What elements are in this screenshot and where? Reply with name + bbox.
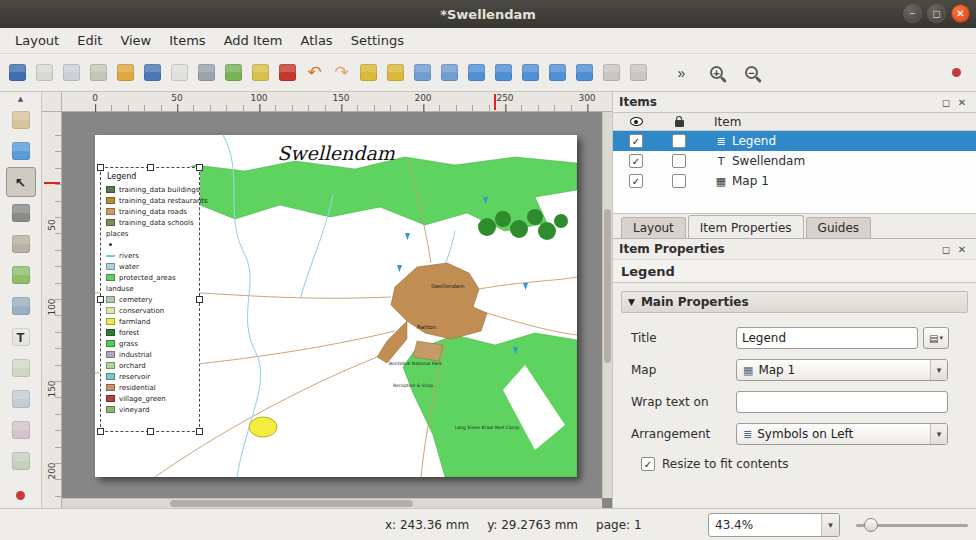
zoom-tool-button[interactable] [6, 136, 36, 166]
layout-manager-button[interactable] [85, 58, 112, 88]
canvas-vertical-scrollbar[interactable] [602, 112, 612, 498]
items-panel-close-button[interactable]: ✕ [954, 97, 970, 108]
add-picture-button[interactable] [6, 291, 36, 321]
close-button[interactable]: ✕ [951, 4, 970, 23]
selection-handle[interactable] [196, 296, 203, 303]
legend-entry: residential [106, 382, 194, 393]
duplicate-layout-button[interactable] [58, 58, 85, 88]
legend-title-input[interactable] [736, 327, 918, 349]
new-layout-button[interactable] [31, 58, 58, 88]
item-lock-checkbox[interactable] [672, 134, 686, 148]
main-properties-group[interactable]: ▼ Main Properties [621, 291, 968, 313]
minimize-button[interactable]: − [903, 4, 922, 23]
add-scalebar-button[interactable] [6, 384, 36, 414]
page-title-label[interactable]: Swellendam [95, 142, 577, 164]
toolbar-extension-indicator[interactable] [943, 58, 970, 88]
zoom-to-100-button[interactable] [436, 58, 463, 88]
legend-entry: rivers [106, 250, 194, 261]
distribute-selected-items-button[interactable] [544, 58, 571, 88]
refresh-view-button[interactable] [166, 58, 193, 88]
menu-settings[interactable]: Settings [342, 28, 413, 53]
toolbox-extension-indicator[interactable] [16, 491, 25, 500]
page[interactable]: Swellendam Railton Bontebok National Par… [95, 135, 577, 477]
selection-handle[interactable] [196, 428, 203, 435]
tab-guides[interactable]: Guides [806, 217, 872, 238]
item-properties-float-button[interactable]: ◻ [938, 244, 954, 255]
legend-item[interactable]: Legend training_data buildings [100, 167, 200, 432]
items-panel-float-button[interactable]: ◻ [938, 97, 954, 108]
layout-canvas[interactable]: Swellendam Railton Bontebok National Par… [62, 112, 612, 508]
save-project-button[interactable] [4, 58, 31, 88]
tab-item-properties[interactable]: Item Properties [688, 215, 804, 238]
items-row-swellendam[interactable]: T Swellendam [613, 151, 976, 171]
align-selected-items-button[interactable] [517, 58, 544, 88]
canvas-horizontal-scrollbar[interactable] [62, 498, 602, 508]
zoom-slider[interactable] [856, 514, 968, 536]
items-row-map1[interactable]: ▦ Map 1 [613, 171, 976, 191]
select-move-item-tool-button[interactable]: ↖ [6, 167, 36, 197]
move-item-content-tool-button[interactable] [6, 198, 36, 228]
legend-properties-form: Title ▤ ▾ Map ▦ Map 1 ▾ [613, 313, 976, 471]
resize-to-fit-checkbox[interactable] [641, 457, 655, 471]
item-properties-close-button[interactable]: ✕ [954, 244, 970, 255]
add-label-button[interactable]: T [6, 322, 36, 352]
selection-handle[interactable] [97, 428, 104, 435]
add-items-from-template-button[interactable] [112, 58, 139, 88]
menu-items[interactable]: Items [160, 28, 214, 53]
menu-edit[interactable]: Edit [68, 28, 111, 53]
map-label-park: Bontebok National Park [389, 361, 442, 366]
add-legend-button[interactable] [6, 353, 36, 383]
add-map-button[interactable] [6, 260, 36, 290]
export-pdf-button[interactable] [274, 58, 301, 88]
title-bar[interactable]: *Swellendam − ◻ ✕ [0, 0, 976, 28]
cursor-x-readout: x: 243.36 mm [385, 518, 469, 532]
toolbar-overflow-button[interactable]: » [668, 58, 695, 88]
lock-selected-items-button[interactable] [355, 58, 382, 88]
maximize-button[interactable]: ◻ [927, 4, 946, 23]
menu-atlas[interactable]: Atlas [292, 28, 342, 53]
selection-handle[interactable] [147, 164, 154, 171]
selection-handle[interactable] [97, 296, 104, 303]
zoom-in-button[interactable]: + [703, 58, 730, 88]
undo-button[interactable]: ↶ [301, 58, 328, 88]
atlas-settings-button[interactable] [625, 58, 652, 88]
map-select-value: Map 1 [758, 363, 930, 377]
pan-tool-button[interactable] [6, 105, 36, 135]
zoom-level-combobox[interactable]: 43.4% ▾ [708, 513, 840, 537]
data-defined-override-button[interactable]: ▤ ▾ [923, 327, 949, 349]
arrangement-select[interactable]: ≣ Symbols on Left ▾ [736, 423, 948, 445]
export-svg-button[interactable] [247, 58, 274, 88]
atlas-preview-button[interactable] [598, 58, 625, 88]
edit-nodes-tool-button[interactable] [6, 229, 36, 259]
menu-add-item[interactable]: Add Item [215, 28, 292, 53]
item-lock-checkbox[interactable] [672, 154, 686, 168]
selection-handle[interactable] [196, 164, 203, 171]
zoom-slider-handle[interactable] [864, 518, 878, 532]
items-row-legend[interactable]: ≣ Legend [613, 131, 976, 151]
print-button[interactable] [193, 58, 220, 88]
resize-selected-items-button[interactable] [571, 58, 598, 88]
zoom-full-button[interactable] [409, 58, 436, 88]
toolbox-scroll-up-icon[interactable]: ▲ [18, 94, 23, 104]
add-attribute-table-button[interactable] [6, 446, 36, 476]
item-lock-checkbox[interactable] [672, 174, 686, 188]
raise-selected-items-button[interactable] [463, 58, 490, 88]
unlock-all-items-button[interactable] [382, 58, 409, 88]
selection-handle[interactable] [97, 164, 104, 171]
export-image-button[interactable] [220, 58, 247, 88]
selection-handle[interactable] [147, 428, 154, 435]
menu-view[interactable]: View [111, 28, 160, 53]
wrap-text-input[interactable] [736, 391, 948, 413]
map-select[interactable]: ▦ Map 1 ▾ [736, 359, 948, 381]
item-visibility-checkbox[interactable] [629, 154, 643, 168]
menu-layout[interactable]: Layout [6, 28, 68, 53]
redo-button[interactable]: ↷ [328, 58, 355, 88]
zoom-out-button[interactable]: − [738, 58, 765, 88]
lower-selected-items-button[interactable] [490, 58, 517, 88]
add-shape-button[interactable] [6, 415, 36, 445]
save-as-template-button[interactable] [139, 58, 166, 88]
ellipse-shape-item[interactable] [249, 417, 277, 437]
item-visibility-checkbox[interactable] [629, 134, 643, 148]
item-visibility-checkbox[interactable] [629, 174, 643, 188]
tab-layout[interactable]: Layout [621, 217, 686, 238]
